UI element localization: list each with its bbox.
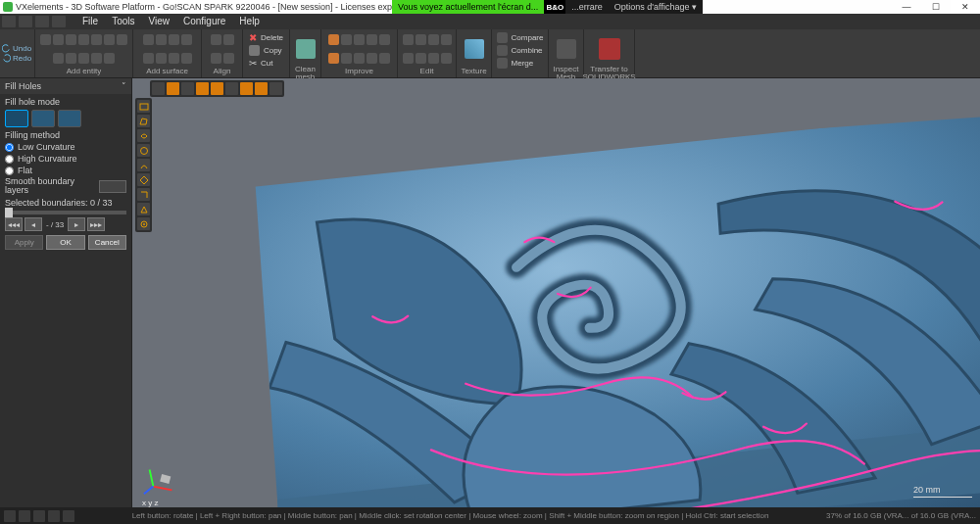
axis-gizmo[interactable]	[142, 460, 179, 498]
compare-button[interactable]: Compare	[497, 31, 544, 43]
mode-1-button[interactable]	[5, 110, 28, 127]
smooth-boundary-spin[interactable]	[99, 180, 126, 193]
menu-tools[interactable]: Tools	[105, 14, 141, 29]
improve-4-icon[interactable]	[367, 34, 377, 45]
vt-fit-icon[interactable]	[240, 82, 253, 95]
maximize-button[interactable]: ☐	[921, 0, 951, 14]
improve-2-icon[interactable]	[341, 34, 352, 45]
surface-3-icon[interactable]	[169, 34, 179, 45]
surface-1-icon[interactable]	[143, 34, 154, 45]
nav-prev-button[interactable]: ◂	[24, 217, 42, 231]
radio-flat[interactable]: Flat	[5, 166, 126, 175]
vtl-rect-icon[interactable]	[137, 100, 150, 113]
entity-tri-icon[interactable]	[91, 34, 102, 45]
qat-new-icon[interactable]	[2, 16, 16, 27]
menu-configure[interactable]: Configure	[176, 14, 232, 29]
entity-cyl-icon[interactable]	[104, 34, 115, 45]
cut-button[interactable]: ✂Cut	[249, 57, 272, 69]
menu-view[interactable]: View	[141, 14, 176, 29]
improve-7-icon[interactable]	[341, 53, 352, 64]
improve-8-icon[interactable]	[354, 53, 365, 64]
mode-3-button[interactable]	[58, 110, 81, 127]
entity-plane-icon[interactable]	[78, 53, 89, 64]
improve-3-icon[interactable]	[354, 34, 365, 45]
edit-4-icon[interactable]	[441, 34, 452, 45]
align-2-icon[interactable]	[223, 34, 234, 45]
improve-5-icon[interactable]	[379, 34, 390, 45]
edit-5-icon[interactable]	[403, 53, 414, 64]
entity-circle-icon[interactable]	[66, 34, 76, 45]
viewport-3d[interactable]: x y z 20 mm	[132, 78, 980, 507]
vtl-tri-icon[interactable]	[137, 203, 150, 215]
nav-first-button[interactable]: ◂◂◂	[5, 217, 23, 231]
surface-8-icon[interactable]	[181, 53, 192, 64]
vtl-brush-icon[interactable]	[137, 159, 150, 171]
vt-select-icon[interactable]	[167, 82, 179, 95]
vtl-flood-icon[interactable]	[137, 173, 150, 186]
vt-grid-icon[interactable]	[255, 82, 268, 95]
panel-collapse-icon[interactable]: ˅	[122, 81, 126, 91]
nav-last-button[interactable]: ▸▸▸	[87, 217, 105, 231]
edit-8-icon[interactable]	[441, 53, 452, 64]
status-icon-1[interactable]	[4, 510, 16, 522]
improve-10-icon[interactable]	[379, 53, 390, 64]
align-4-icon[interactable]	[223, 53, 234, 64]
improve-1-icon[interactable]	[328, 34, 339, 45]
status-icon-5[interactable]	[63, 510, 74, 522]
surface-7-icon[interactable]	[169, 53, 179, 64]
redo-button[interactable]: Redo	[2, 54, 32, 63]
qat-open-icon[interactable]	[19, 16, 32, 27]
texture-icon[interactable]	[465, 39, 484, 59]
status-icon-4[interactable]	[48, 510, 60, 522]
vtl-circle-icon[interactable]	[137, 144, 150, 157]
vtl-lasso-icon[interactable]	[137, 129, 150, 142]
menu-help[interactable]: Help	[232, 14, 267, 29]
banner-options[interactable]: Options d'affichage ▾	[609, 0, 703, 14]
qat-reset-icon[interactable]	[52, 16, 66, 27]
transfer-icon[interactable]	[599, 38, 620, 60]
vt-home-icon[interactable]	[152, 82, 165, 95]
status-icon-3[interactable]	[33, 510, 45, 522]
surface-2-icon[interactable]	[156, 34, 167, 45]
entity-line-icon[interactable]	[78, 34, 89, 45]
entity-cone-icon[interactable]	[53, 53, 64, 64]
radio-low[interactable]: Low Curvature	[5, 142, 126, 152]
vtl-boundary-icon[interactable]	[137, 188, 150, 201]
menu-file[interactable]: File	[75, 14, 105, 29]
improve-6-icon[interactable]	[328, 53, 339, 64]
edit-6-icon[interactable]	[416, 53, 426, 64]
surface-5-icon[interactable]	[143, 53, 154, 64]
vt-rotate-l-icon[interactable]	[196, 82, 209, 95]
align-3-icon[interactable]	[211, 53, 221, 64]
cancel-button[interactable]: Cancel	[88, 235, 126, 250]
surface-6-icon[interactable]	[156, 53, 167, 64]
apply-button[interactable]: Apply	[5, 235, 43, 250]
vt-rotate-r-icon[interactable]	[211, 82, 223, 95]
edit-1-icon[interactable]	[403, 34, 414, 45]
surface-4-icon[interactable]	[181, 34, 192, 45]
edit-2-icon[interactable]	[416, 34, 426, 45]
boundary-slider[interactable]	[5, 211, 126, 214]
combine-button[interactable]: Combine	[497, 44, 543, 56]
vtl-poly-icon[interactable]	[137, 115, 150, 127]
mode-2-button[interactable]	[31, 110, 55, 127]
edit-7-icon[interactable]	[428, 53, 439, 64]
align-1-icon[interactable]	[211, 34, 221, 45]
nav-next-button[interactable]: ▸	[68, 217, 85, 231]
ok-button[interactable]: OK	[46, 235, 84, 250]
entity-box-icon[interactable]	[66, 53, 76, 64]
entity-sphere-icon[interactable]	[53, 34, 64, 45]
undo-button[interactable]: Undo	[2, 44, 32, 53]
inspect-mesh-icon[interactable]	[557, 39, 576, 59]
status-icon-2[interactable]	[19, 510, 30, 522]
entity-torus-icon[interactable]	[91, 53, 102, 64]
entity-mesh-icon[interactable]	[117, 34, 127, 45]
improve-9-icon[interactable]	[367, 53, 377, 64]
minimize-button[interactable]: —	[892, 0, 921, 14]
radio-high[interactable]: High Curvature	[5, 154, 126, 164]
edit-3-icon[interactable]	[428, 34, 439, 45]
merge-button[interactable]: Merge	[497, 57, 534, 69]
clean-mesh-icon[interactable]	[296, 39, 316, 59]
entity-point-icon[interactable]	[104, 53, 115, 64]
vtl-ring-icon[interactable]	[137, 217, 150, 230]
